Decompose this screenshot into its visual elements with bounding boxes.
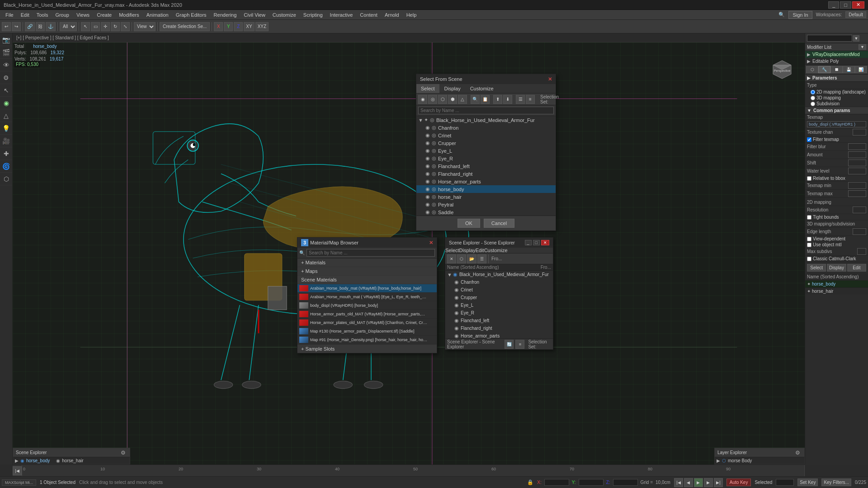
play-prev-btn[interactable]: |◀	[674, 478, 683, 487]
se-tree-crupper[interactable]: ◉ Crupper	[445, 294, 553, 301]
scene-exp-close[interactable]: ✕	[541, 240, 549, 245]
play-next-btn[interactable]: ▶|	[714, 478, 723, 487]
classic-catmull-checkbox[interactable]	[807, 257, 811, 261]
mat-item-0[interactable]: Arabian_Horse_body_mat (VRayMtl) [horse_…	[297, 284, 437, 293]
filter-texmap-label[interactable]: Filter texmap	[807, 137, 866, 142]
sel-toolbar-10[interactable]: ☰	[516, 95, 525, 104]
panel-btn-5[interactable]: 📊	[855, 66, 867, 73]
scene-exp-min[interactable]: _	[525, 240, 532, 245]
tree-flanchard-right[interactable]: ◉◎ Flanchard_right	[416, 170, 556, 178]
classic-catmull-label[interactable]: Classic Catmull-Clark	[807, 256, 866, 261]
tree-eye-l[interactable]: ◉◎ Eye_L	[416, 147, 556, 155]
bind-btn[interactable]: ⚓	[46, 22, 56, 31]
unlink-btn[interactable]: ⛓	[36, 22, 45, 31]
tree-chanfron[interactable]: ◉◎ Chanfron	[416, 124, 556, 131]
menu-tools[interactable]: Tools	[33, 11, 52, 19]
materials-section[interactable]: + Materials	[297, 258, 437, 267]
select-ok-btn[interactable]: OK	[458, 219, 480, 228]
menu-create[interactable]: Create	[93, 11, 115, 19]
sel-toolbar-2[interactable]: ◎	[428, 95, 437, 104]
sidebar-icon-select[interactable]: ↖	[0, 84, 12, 97]
type-3d-radio[interactable]	[811, 96, 815, 100]
se-tree-crinet[interactable]: ◉ Crinet	[445, 286, 553, 294]
se-tree-chanfron[interactable]: ◉ Chanfron	[445, 278, 553, 286]
right-display-btn[interactable]: Display	[827, 264, 846, 272]
relative-bbox-label[interactable]: Relative to bbox	[807, 176, 866, 181]
sidebar-icon-camera2[interactable]: 🎥	[0, 135, 12, 147]
sidebar-icon-helper[interactable]: ✚	[0, 147, 12, 160]
se-tree-flanchard-left[interactable]: ◉ Flanchard_left	[445, 317, 553, 324]
sign-in-btn[interactable]: Sign In	[788, 11, 812, 19]
mat-item-4[interactable]: Horse_armor_plates_old_MAT (VRayMtl) [Ch…	[297, 319, 437, 327]
scene-exp-tab-customize[interactable]: Customize	[484, 248, 508, 253]
mat-item-3[interactable]: Horse_armor_parts_old_MAT (VRayMtl) [Hor…	[297, 310, 437, 319]
key-filters-btn[interactable]: Key Filters...	[821, 479, 851, 486]
menu-scripting[interactable]: Scripting	[300, 11, 326, 19]
se-tree-root[interactable]: ▼ ◉ Black_Horse_in_Used_Medieval_Armor_F…	[445, 271, 553, 278]
xy-axis-btn[interactable]: XY	[244, 22, 254, 31]
select-cancel-btn[interactable]: Cancel	[484, 219, 514, 228]
common-params-header[interactable]: ▼Common params	[805, 107, 868, 114]
type-3d-label[interactable]: 3D mapping	[811, 95, 866, 100]
right-select-btn[interactable]: Select	[807, 264, 826, 272]
menu-customize[interactable]: Customize	[269, 11, 300, 19]
relative-bbox-checkbox[interactable]	[807, 176, 811, 181]
se-bottom-horse-hair[interactable]: horse_hair	[62, 458, 83, 463]
z-axis-btn[interactable]: Z	[234, 22, 243, 31]
se-tree-flanchard-right[interactable]: ◉ Flanchard_right	[445, 324, 553, 332]
sel-toolbar-5[interactable]: △	[458, 95, 467, 104]
menu-interactive[interactable]: Interactive	[326, 11, 357, 19]
layer-exp-config[interactable]: ⚙	[794, 449, 802, 456]
next-frame-btn[interactable]: ▶	[704, 478, 713, 487]
sel-toolbar-3[interactable]: ⬡	[438, 95, 447, 104]
coord-y-input[interactable]: -0,736cm	[579, 479, 604, 486]
se-tb-2[interactable]: ⬡	[457, 254, 466, 263]
panel-btn-3[interactable]: 🔲	[830, 66, 843, 73]
scene-exp-tab-select[interactable]: Select	[445, 248, 459, 253]
material-browser-close[interactable]: ✕	[429, 240, 433, 246]
menu-animation[interactable]: Animation	[143, 11, 172, 19]
se-filter-btn[interactable]: ≡	[515, 340, 524, 349]
sel-item-horse-hair[interactable]: ✦ horse_hair	[805, 288, 868, 295]
tree-crupper[interactable]: ◉◎ Crupper	[416, 139, 556, 147]
tree-root[interactable]: ▼ ✦ ◎ Black_Horse_in_Used_Medieval_Armor…	[416, 116, 556, 124]
xyz-axis-btn[interactable]: XYZ	[255, 22, 269, 31]
sel-toolbar-1[interactable]: ◉	[418, 95, 427, 104]
timeline-range-input[interactable]: 0 / 225	[776, 479, 794, 486]
water-level-input[interactable]: 0,0cm	[848, 168, 866, 174]
panel-btn-2[interactable]: 🔧	[818, 66, 830, 73]
texmap-btn[interactable]: body_displ (.VRayHDR1 )	[807, 121, 866, 127]
menu-content[interactable]: Content	[356, 11, 381, 19]
close-btn[interactable]: ✕	[852, 1, 864, 9]
tree-flanchard-left[interactable]: ◉◎ Flanchard_left	[416, 162, 556, 170]
menu-modifiers[interactable]: Modifiers	[115, 11, 143, 19]
menu-graph-editors[interactable]: Graph Editors	[172, 11, 210, 19]
link-btn[interactable]: 🔗	[25, 22, 35, 31]
scale-btn[interactable]: ⤡	[121, 22, 130, 31]
select-region-btn[interactable]: ▭	[91, 22, 100, 31]
se-tree-eye-l[interactable]: ◉ Eye_L	[445, 301, 553, 309]
mat-item-1[interactable]: Arabian_Horse_mouth_mat ( VRayMtl) [Eye_…	[297, 293, 437, 301]
menu-rendering[interactable]: Rendering	[210, 11, 241, 19]
menu-group[interactable]: Group	[52, 11, 73, 19]
tree-horse-armor-parts[interactable]: ◉◎ Horse_armor_parts	[416, 178, 556, 185]
sel-toolbar-7[interactable]: 📋	[481, 95, 490, 104]
sel-item-horse-body[interactable]: ✦ horse_body	[805, 281, 868, 288]
sel-toolbar-4[interactable]: ⬢	[448, 95, 457, 104]
sel-toolbar-8[interactable]: ⬆	[493, 95, 502, 104]
maximize-btn[interactable]: □	[840, 1, 851, 9]
sidebar-icon-geometry[interactable]: ◉	[0, 97, 12, 109]
shift-input[interactable]: 0,0cm	[848, 160, 866, 166]
menu-views[interactable]: Views	[73, 11, 93, 19]
mat-item-5[interactable]: Map #130 (Horse_armor_parts_Displacement…	[297, 327, 437, 336]
mat-item-2[interactable]: body_displ (VRayHDRI) [horse_body]	[297, 301, 437, 310]
se-bottom-horse-body[interactable]: horse_body	[26, 458, 50, 463]
viewport-cube[interactable]: Perspective	[769, 56, 796, 83]
tree-saddle[interactable]: ◉◎ Saddle	[416, 208, 556, 216]
use-object-mtl-checkbox[interactable]	[807, 243, 811, 247]
tight-bounds-label[interactable]: Tight bounds	[807, 215, 866, 220]
play-btn[interactable]: ▶	[694, 478, 703, 487]
filter-texmap-checkbox[interactable]	[807, 137, 811, 142]
se-tb-4[interactable]: ☰	[477, 254, 486, 263]
se-tb-3[interactable]: 📂	[467, 254, 476, 263]
